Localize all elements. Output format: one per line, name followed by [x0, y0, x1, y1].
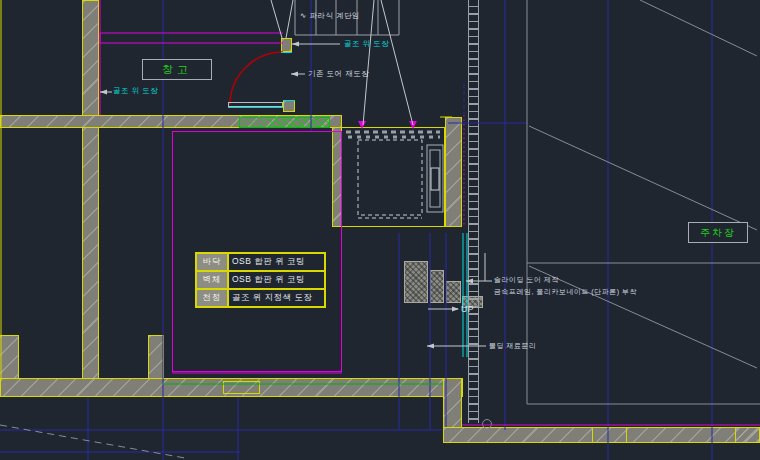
storage-room-label-box: 창고 — [142, 59, 212, 80]
finish-schedule-table: 바닥 OSB 합판 위 코팅 벽체 OSB 합판 위 코팅 천정 골조 위 지정… — [195, 252, 326, 308]
finish-row-item: 벽체 — [196, 271, 228, 289]
parking-label-box: 주차장 — [688, 222, 748, 243]
parking-label: 주차장 — [700, 226, 736, 240]
parking-structure-lines — [0, 0, 760, 458]
door-leaf — [228, 53, 295, 108]
finish-row-finish: OSB 합판 위 코팅 — [228, 253, 325, 271]
wall-outline-lines — [1, 0, 452, 378]
shaft-detail — [346, 132, 443, 218]
sliding-door-note-line1: 슬라이딩 도어 제작 — [494, 275, 559, 284]
coating-note-left: 골조 위 도장 — [113, 86, 158, 95]
door-note: 기존 도어 재도장 — [308, 69, 369, 78]
finish-row-item: 천정 — [196, 289, 228, 307]
stair-note: ∿ 파라식 계단임 — [300, 11, 360, 20]
stair-note-text: 파라식 계단임 — [309, 11, 360, 20]
sliding-door-lines — [463, 233, 467, 357]
sliding-door-note-line2: 금속프레임, 폴리카보네이트 (단파론) 부착 — [494, 287, 637, 296]
linework-layer — [0, 0, 760, 460]
cad-drawing-canvas[interactable]: 창고 주차장 골조 위 도장 골조 위 도장 ∿ 파라식 계단임 기존 도어 재… — [0, 0, 760, 460]
up-label: UP — [461, 305, 474, 314]
finish-row-finish: OSB 합판 위 코팅 — [228, 271, 325, 289]
door-swing-arc — [230, 52, 283, 105]
coating-note-door: 골조 위 도장 — [344, 39, 389, 48]
storage-room-label: 창고 — [162, 62, 192, 77]
finish-row-finish: 골조 위 지정색 도장 — [228, 289, 325, 307]
material-separation-note: 몰딩 재료분리 — [489, 341, 536, 350]
wave-break-symbol: ∿ — [300, 11, 307, 20]
finish-row-item: 바닥 — [196, 253, 228, 271]
